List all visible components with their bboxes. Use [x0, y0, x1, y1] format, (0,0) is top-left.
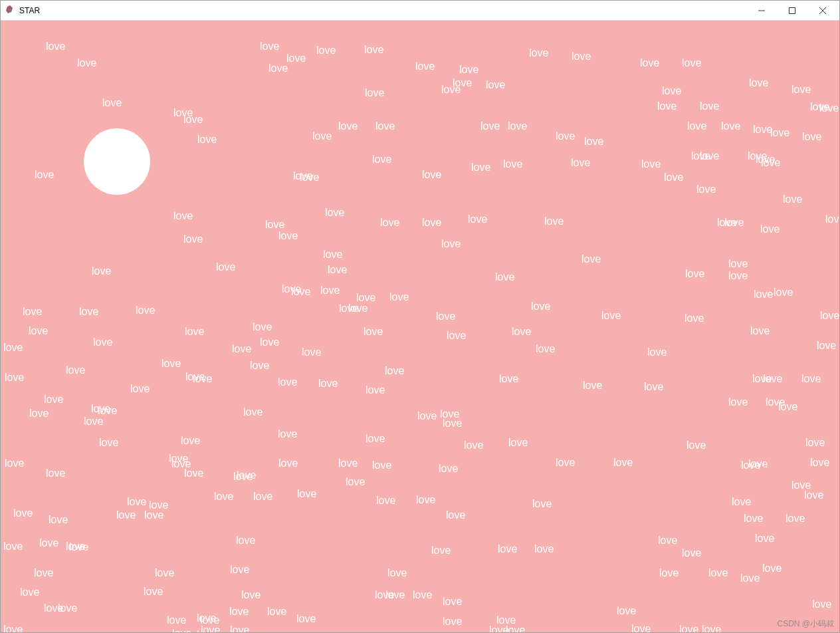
love-word: love	[250, 360, 269, 372]
love-word: love	[183, 114, 203, 126]
love-word: love	[453, 77, 472, 89]
love-word: love	[544, 215, 564, 227]
love-word: love	[804, 489, 823, 501]
maximize-button[interactable]	[777, 1, 807, 21]
love-word: love	[144, 509, 163, 521]
love-word: love	[197, 134, 217, 146]
love-word: love	[819, 102, 839, 114]
love-word: love	[641, 158, 661, 170]
love-word: love	[278, 457, 298, 469]
love-word: love	[302, 346, 321, 358]
love-word: love	[761, 157, 780, 169]
love-word: love	[740, 572, 760, 584]
love-word: love	[320, 285, 340, 297]
love-word: love	[702, 624, 721, 632]
love-word: love	[260, 336, 279, 348]
window-controls	[746, 1, 838, 21]
application-window: STAR CSDN @小码叔 lovelovelovelovelovelovel…	[0, 0, 840, 633]
love-word: love	[662, 85, 681, 97]
love-word: love	[471, 162, 490, 174]
love-word: love	[372, 459, 391, 471]
love-word: love	[572, 51, 591, 63]
love-word: love	[802, 131, 821, 143]
love-word: love	[801, 373, 821, 385]
titlebar[interactable]: STAR	[1, 1, 839, 21]
love-word: love	[417, 410, 437, 422]
love-word: love	[237, 469, 256, 481]
love-word: love	[508, 437, 528, 449]
love-word: love	[659, 567, 679, 579]
love-word: love	[325, 207, 344, 219]
love-word: love	[581, 253, 601, 265]
love-word: love	[312, 130, 332, 142]
love-word: love	[748, 458, 768, 470]
love-word: love	[58, 602, 77, 614]
love-word: love	[184, 467, 203, 479]
love-word: love	[464, 440, 483, 451]
love-word: love	[29, 408, 49, 420]
love-word: love	[144, 586, 163, 598]
love-word: love	[439, 463, 458, 475]
love-word: love	[708, 567, 728, 579]
love-word: love	[778, 401, 797, 413]
love-word: love	[495, 271, 514, 283]
love-word: love	[387, 567, 407, 579]
love-word: love	[506, 624, 525, 632]
love-word: love	[243, 406, 262, 418]
love-word: love	[365, 87, 384, 99]
love-word: love	[232, 343, 251, 355]
love-word: love	[29, 325, 48, 337]
love-word: love	[512, 326, 531, 338]
love-word: love	[640, 57, 659, 69]
love-word: love	[631, 623, 651, 632]
love-word: love	[682, 547, 701, 559]
love-word: love	[155, 567, 174, 579]
love-word: love	[657, 100, 677, 112]
love-word: love	[77, 57, 96, 69]
love-word: love	[556, 130, 575, 142]
love-word: love	[236, 535, 255, 547]
love-word: love	[436, 311, 455, 322]
love-word: love	[389, 291, 409, 303]
love-word: love	[825, 213, 839, 225]
minimize-button[interactable]	[746, 1, 777, 21]
love-word: love	[753, 124, 772, 136]
love-word: love	[181, 435, 200, 447]
love-word: love	[185, 326, 204, 338]
love-word: love	[499, 373, 518, 385]
love-word: love	[286, 53, 306, 64]
love-word: love	[447, 330, 466, 342]
love-word: love	[617, 605, 636, 617]
love-word: love	[44, 394, 63, 406]
love-word: love	[531, 301, 550, 313]
love-word: love	[685, 268, 704, 280]
love-word: love	[183, 233, 203, 245]
love-word: love	[532, 498, 552, 510]
love-word: love	[443, 616, 462, 628]
love-word: love	[728, 270, 748, 282]
love-word: love	[441, 238, 461, 250]
love-word: love	[229, 606, 249, 618]
love-word: love	[318, 378, 338, 390]
love-word: love	[278, 428, 297, 440]
love-word: love	[732, 496, 751, 508]
love-word: love	[267, 606, 286, 618]
love-word: love	[556, 457, 575, 469]
love-word: love	[167, 614, 186, 626]
love-word: love	[584, 136, 603, 148]
love-word: love	[364, 326, 383, 338]
love-word: love	[338, 120, 358, 132]
love-word: love	[260, 41, 279, 53]
love-word: love	[372, 154, 391, 166]
love-word: love	[658, 535, 677, 547]
love-word: love	[5, 457, 24, 469]
love-word: love	[265, 219, 284, 231]
love-word: love	[366, 384, 385, 396]
love-word: love	[755, 533, 774, 545]
close-button[interactable]	[807, 1, 838, 21]
love-word: love	[5, 372, 24, 384]
love-word: love	[366, 433, 385, 445]
love-word: love	[647, 346, 667, 358]
love-word: love	[750, 325, 770, 337]
love-word: love	[770, 127, 789, 139]
